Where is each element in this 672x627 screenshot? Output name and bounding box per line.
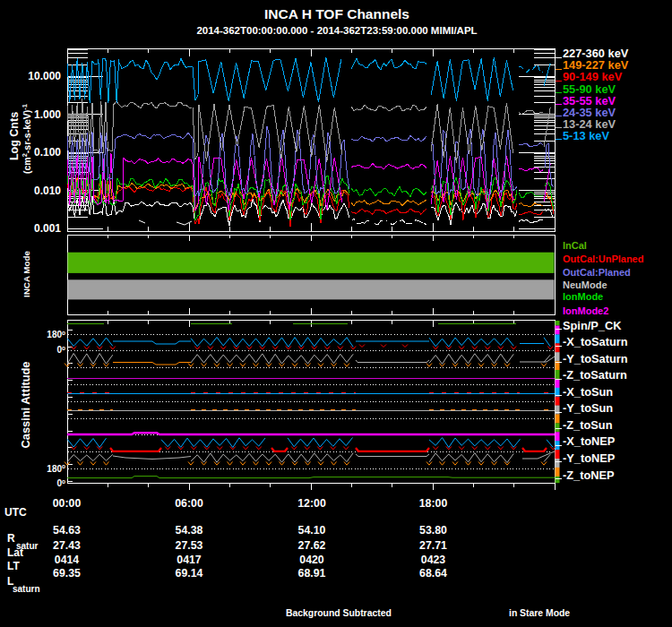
svg-text:-X_toSaturn: -X_toSaturn [563, 335, 628, 348]
svg-text:UTC: UTC [4, 506, 27, 519]
svg-text:INCA H TOF Channels: INCA H TOF Channels [264, 6, 409, 21]
svg-text:-Z_toNEP: -Z_toNEP [563, 468, 615, 482]
svg-text:69.35: 69.35 [53, 567, 81, 580]
svg-text:10.000: 10.000 [28, 70, 61, 82]
svg-text:5-13 keV: 5-13 keV [563, 129, 609, 142]
svg-text:54.63: 54.63 [53, 524, 81, 537]
svg-text:27.53: 27.53 [176, 539, 203, 552]
svg-text:27.71: 27.71 [419, 539, 447, 552]
svg-text:NeuMode: NeuMode [563, 279, 607, 290]
svg-text:06:00: 06:00 [175, 497, 203, 510]
svg-text:in Stare Mode: in Stare Mode [509, 608, 570, 618]
svg-text:OutCal:Planed: OutCal:Planed [563, 267, 631, 278]
svg-text:18:00: 18:00 [419, 497, 448, 510]
svg-text:68.64: 68.64 [419, 567, 447, 580]
svg-text:54.38: 54.38 [176, 524, 203, 537]
svg-text:0414: 0414 [55, 554, 80, 566]
svg-text:R: R [7, 532, 15, 545]
svg-text:-X_toSun: -X_toSun [563, 385, 613, 399]
svg-text:IonMode2: IonMode2 [563, 305, 608, 316]
svg-text:0.010: 0.010 [34, 185, 61, 197]
svg-text:saturn: saturn [13, 584, 40, 594]
svg-text:-Y_toSun: -Y_toSun [563, 401, 613, 415]
svg-text:0.001: 0.001 [34, 222, 61, 235]
svg-text:68.91: 68.91 [298, 567, 326, 580]
svg-text:0423: 0423 [421, 554, 446, 566]
svg-text:0420: 0420 [299, 554, 324, 566]
svg-text:INCA Mode: INCA Mode [22, 251, 31, 297]
svg-text:-Y_toSaturn: -Y_toSaturn [563, 352, 628, 365]
svg-text:IonMode: IonMode [563, 291, 603, 302]
svg-text:69.14: 69.14 [176, 567, 203, 580]
svg-text:0417: 0417 [177, 554, 202, 566]
svg-text:Lat: Lat [7, 546, 23, 559]
svg-text:-Y_toNEP: -Y_toNEP [563, 451, 616, 465]
svg-text:27.43: 27.43 [53, 539, 81, 552]
svg-text:-Z_toSaturn: -Z_toSaturn [563, 368, 627, 382]
svg-text:00:00: 00:00 [53, 497, 82, 510]
svg-text:Spin/P_CK: Spin/P_CK [563, 319, 622, 332]
svg-text:Background Subtracted: Background Subtracted [286, 608, 392, 618]
svg-text:OutCal:UnPlaned: OutCal:UnPlaned [563, 253, 643, 264]
svg-text:12:00: 12:00 [297, 497, 326, 510]
svg-text:27.62: 27.62 [298, 539, 326, 552]
svg-text:Cassini Attitude: Cassini Attitude [19, 362, 32, 449]
svg-text:LT: LT [7, 560, 20, 572]
svg-text:-X_toNEP: -X_toNEP [563, 434, 616, 448]
svg-text:2014-362T00:00:00.000 - 2014-3: 2014-362T00:00:00.000 - 2014-362T23:59:0… [196, 25, 477, 36]
svg-text:(cm2-sr-s-keV)-1: (cm2-sr-s-keV)-1 [21, 104, 32, 174]
svg-text:0.100: 0.100 [34, 146, 61, 159]
svg-text:Log Cnts: Log Cnts [8, 112, 21, 160]
svg-text:54.10: 54.10 [298, 524, 326, 537]
svg-text:-Z_toSun: -Z_toSun [563, 418, 613, 432]
svg-text:InCal: InCal [563, 240, 587, 251]
svg-text:53.80: 53.80 [419, 524, 447, 537]
svg-text:1.000: 1.000 [34, 108, 61, 121]
